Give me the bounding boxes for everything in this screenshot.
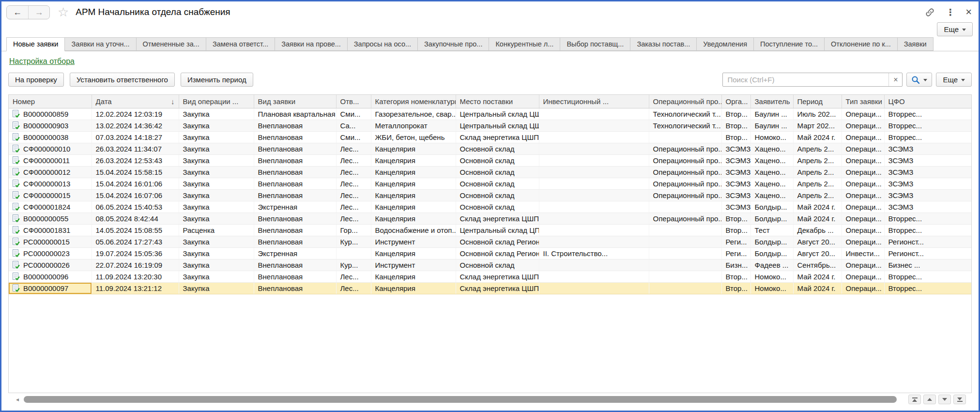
table-cell[interactable]: Канцелярия <box>371 271 456 282</box>
table-cell[interactable]: Экстренная <box>254 247 336 259</box>
table-cell[interactable]: 13.02.2024 14:36:42 <box>92 120 179 131</box>
table-cell[interactable]: Баулин ... <box>750 108 793 120</box>
tab-2[interactable]: Заявки на уточн... <box>64 37 136 51</box>
table-cell[interactable]: Сентябрь... <box>793 259 842 271</box>
table-cell[interactable] <box>649 236 721 247</box>
table-row[interactable]: В000000005508.05.2024 8:42:44ЗакупкаВнеп… <box>9 213 972 224</box>
table-cell[interactable]: 14.05.2024 15:08:55 <box>92 224 179 236</box>
table-cell[interactable]: Основной склад <box>456 178 539 189</box>
more-button-search[interactable]: Еще <box>936 73 972 87</box>
table-cell[interactable]: Склад энергетика ЦШП <box>456 271 539 282</box>
to-check-button[interactable]: На проверку <box>8 73 64 87</box>
table-cell[interactable]: Хацено... <box>750 154 793 166</box>
column-header[interactable]: Дата↓ <box>92 95 179 108</box>
table-cell[interactable]: Газорезательное, свар... <box>371 108 456 120</box>
table-cell[interactable]: Операци... <box>842 213 884 224</box>
table-cell[interactable]: Кур... <box>336 259 371 271</box>
table-cell[interactable]: Сми... <box>336 108 371 120</box>
table-cell[interactable]: СФ000000010 <box>9 143 92 154</box>
table-cell[interactable]: Закупка <box>179 259 254 271</box>
table-cell[interactable]: Операци... <box>842 236 884 247</box>
table-cell[interactable]: Фадеев ... <box>750 259 793 271</box>
favorite-star-icon[interactable]: ☆ <box>58 6 69 18</box>
table-cell[interactable] <box>539 271 649 282</box>
table-cell[interactable] <box>649 224 721 236</box>
table-cell[interactable]: 15.04.2024 15:58:15 <box>92 166 179 178</box>
table-cell[interactable] <box>539 236 649 247</box>
table-cell[interactable] <box>539 178 649 189</box>
table-cell[interactable]: Лес... <box>336 282 371 294</box>
table-cell[interactable]: Регионст... <box>884 247 972 259</box>
table-cell[interactable]: Закупка <box>179 247 254 259</box>
table-cell[interactable]: ЗСЭМЗ <box>884 154 972 166</box>
column-header[interactable]: Место поставки <box>456 95 539 108</box>
scroll-down-button[interactable] <box>938 395 951 404</box>
table-row[interactable]: РС00000001505.06.2024 17:27:43ЗакупкаВне… <box>9 236 972 247</box>
table-cell[interactable]: В0000000055 <box>9 213 92 224</box>
table-cell[interactable]: ЗСЭМЗ <box>884 166 972 178</box>
table-row[interactable]: СФ00000001315.04.2024 16:01:06ЗакупкаВне… <box>9 178 972 189</box>
table-cell[interactable] <box>649 201 721 213</box>
table-cell[interactable]: Лес... <box>336 166 371 178</box>
table-cell[interactable]: Центральный склад ЦШП <box>456 108 539 120</box>
table-row[interactable]: СФ00000001026.03.2024 11:34:07ЗакупкаВне… <box>9 143 972 154</box>
table-cell[interactable]: Закупка <box>179 166 254 178</box>
table-cell[interactable]: Внеплановая <box>254 178 336 189</box>
link-icon[interactable] <box>925 7 935 17</box>
table-cell[interactable]: Вторрес... <box>884 213 972 224</box>
table-cell[interactable]: Канцелярия <box>371 282 456 294</box>
table-cell[interactable] <box>539 108 649 120</box>
table-cell[interactable]: Вторрес... <box>884 131 972 143</box>
table-cell[interactable]: Вторрес... <box>884 282 972 294</box>
table-row[interactable]: СФ00000001215.04.2024 15:58:15ЗакупкаВне… <box>9 166 972 178</box>
table-cell[interactable]: Основной склад <box>456 201 539 213</box>
table-cell[interactable]: Внеплановая <box>254 189 336 201</box>
table-cell[interactable]: Баулин ... <box>750 120 793 131</box>
table-cell[interactable]: Болдыр... <box>750 213 793 224</box>
table-cell[interactable]: Инвести... <box>842 247 884 259</box>
table-cell[interactable]: Вторрес... <box>884 271 972 282</box>
hscroll-left-arrow-icon[interactable]: ◂ <box>16 397 19 402</box>
table-cell[interactable] <box>649 259 721 271</box>
table-cell[interactable]: Март 202... <box>793 120 842 131</box>
table-cell[interactable]: Май 2024 г. <box>793 282 842 294</box>
table-cell[interactable]: Основной склад <box>456 154 539 166</box>
column-header[interactable]: Инвестиционный ... <box>539 95 649 108</box>
table-cell[interactable]: Операци... <box>842 189 884 201</box>
table-cell[interactable]: Лес... <box>336 178 371 189</box>
column-header[interactable]: Тип заявки <box>842 95 884 108</box>
table-cell[interactable]: Основной склад <box>456 166 539 178</box>
table-cell[interactable]: СФ000000012 <box>9 166 92 178</box>
table-cell[interactable]: Апрель 2... <box>793 178 842 189</box>
table-cell[interactable]: Болдыр... <box>750 247 793 259</box>
table-row[interactable]: В000000090313.02.2024 14:36:42ЗакупкаВне… <box>9 120 972 131</box>
tab-8[interactable]: Конкурентные л... <box>489 37 560 51</box>
table-cell[interactable]: Операционный про... <box>649 143 721 154</box>
table-cell[interactable]: 19.07.2024 15:05:36 <box>92 247 179 259</box>
table-cell[interactable]: 26.03.2024 12:53:43 <box>92 154 179 166</box>
table-cell[interactable]: ЗСЭМЗ <box>884 178 972 189</box>
table-cell[interactable]: ЖБИ, бетон, щебень <box>371 131 456 143</box>
table-cell[interactable]: Хацено... <box>750 189 793 201</box>
table-cell[interactable]: 11.09.2024 13:21:12 <box>92 282 179 294</box>
table-cell[interactable]: Плановая квартальная <box>254 108 336 120</box>
table-cell[interactable]: Внеплановая <box>254 271 336 282</box>
table-cell[interactable]: 07.03.2024 14:18:27 <box>92 131 179 143</box>
search-input[interactable] <box>723 73 888 86</box>
table-cell[interactable]: Склад энергетика ЦШП <box>456 131 539 143</box>
column-header[interactable]: Орга... <box>721 95 750 108</box>
more-button-top[interactable]: Еще <box>937 22 973 36</box>
table-cell[interactable]: Операционный про... <box>649 213 721 224</box>
table-cell[interactable]: Операци... <box>842 271 884 282</box>
table-cell[interactable] <box>539 143 649 154</box>
table-cell[interactable]: Основной склад Регионс... <box>456 236 539 247</box>
tab-5[interactable]: Заявки на прове... <box>275 37 348 51</box>
table-cell[interactable] <box>539 154 649 166</box>
table-cell[interactable]: В0000000903 <box>9 120 92 131</box>
table-cell[interactable]: Втор... <box>721 131 750 143</box>
table-cell[interactable]: Номоко... <box>750 271 793 282</box>
table-cell[interactable]: Бизн... <box>721 259 750 271</box>
table-cell[interactable]: СФ000001831 <box>9 224 92 236</box>
table-cell[interactable]: Номоко... <box>750 282 793 294</box>
table-cell[interactable]: СФ000000011 <box>9 154 92 166</box>
